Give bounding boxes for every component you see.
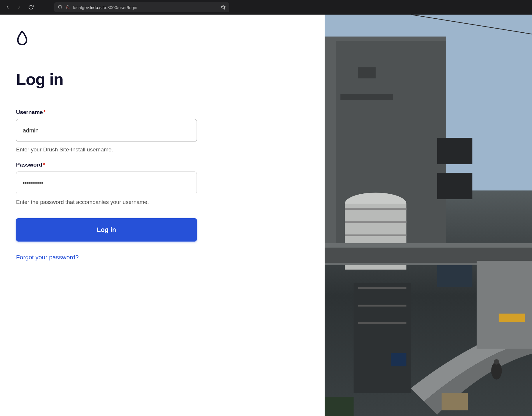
required-indicator: * [43,109,46,115]
login-form: Username* Enter your Drush Site-Install … [16,109,309,261]
password-group: Password* Enter the password that accomp… [16,162,309,205]
back-button[interactable] [5,4,10,10]
svg-rect-14 [345,208,406,210]
svg-rect-16 [345,235,406,236]
username-label: Username* [16,109,309,116]
svg-rect-15 [345,221,406,223]
username-input[interactable] [16,119,197,142]
svg-rect-28 [477,261,532,349]
svg-rect-7 [437,138,472,164]
url-text: localgov.lndo.site:8000/user/login [73,5,218,10]
svg-marker-2 [221,5,225,9]
page-title: Log in [16,70,309,89]
hero-image [325,15,532,416]
building-illustration [325,15,532,416]
site-logo [16,31,309,46]
username-group: Username* Enter your Drush Site-Install … [16,109,309,153]
drupal-drop-icon [16,31,28,45]
password-input[interactable] [16,172,197,194]
login-panel: Log in Username* Enter your Drush Site-I… [0,15,325,416]
username-help: Enter your Drush Site-Install username. [16,146,309,153]
reload-button[interactable] [28,4,34,10]
bookmark-star-icon[interactable] [220,5,226,10]
svg-rect-22 [358,322,406,324]
svg-rect-23 [391,353,406,366]
svg-rect-20 [358,287,406,289]
required-indicator: * [43,162,45,168]
login-button[interactable]: Log in [16,218,197,242]
address-bar[interactable]: localgov.lndo.site:8000/user/login [54,2,229,12]
svg-rect-8 [437,173,472,199]
svg-rect-29 [498,314,525,322]
main-content: Log in Username* Enter your Drush Site-I… [0,15,532,416]
browser-chrome: localgov.lndo.site:8000/user/login [0,0,532,15]
svg-point-25 [494,359,499,365]
shield-icon [58,5,62,10]
svg-rect-18 [325,248,532,263]
forward-button[interactable] [16,4,22,10]
insecure-lock-icon [65,5,70,10]
svg-rect-26 [442,393,468,410]
svg-rect-27 [325,397,354,416]
svg-rect-19 [354,283,411,393]
svg-rect-10 [358,67,375,78]
svg-rect-11 [340,94,393,100]
password-help: Enter the password that accompanies your… [16,199,309,205]
password-label: Password* [16,162,309,168]
svg-rect-21 [358,305,406,307]
forgot-password-link[interactable]: Forgot your password? [16,254,79,261]
